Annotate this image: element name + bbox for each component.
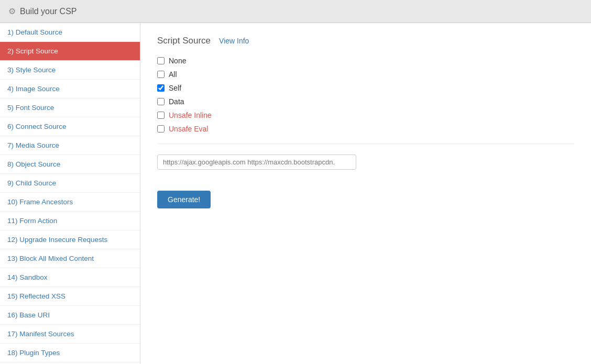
sidebar-item-18[interactable]: 18) Plugin Types xyxy=(0,344,140,362)
checkbox-cb-self[interactable] xyxy=(157,84,165,92)
section-title: Script Source xyxy=(157,36,211,46)
sidebar-item-5[interactable]: 5) Font Source xyxy=(0,98,140,117)
page-header: ⚙ Build your CSP xyxy=(0,0,591,23)
checkbox-cb-all[interactable] xyxy=(157,71,165,78)
sidebar-item-12[interactable]: 12) Upgrade Insecure Requests xyxy=(0,230,140,249)
sidebar-item-11[interactable]: 11) Form Action xyxy=(0,212,140,230)
divider xyxy=(157,144,574,144)
generate-button[interactable]: Generate! xyxy=(157,191,211,208)
main-content: Script Source View Info NoneAllSelfDataU… xyxy=(140,23,591,364)
gear-icon: ⚙ xyxy=(8,6,16,16)
checkbox-label-cb-none[interactable]: None xyxy=(169,57,186,65)
sidebar: 1) Default Source2) Script Source3) Styl… xyxy=(0,23,140,364)
layout: 1) Default Source2) Script Source3) Styl… xyxy=(0,23,591,364)
sidebar-item-4[interactable]: 4) Image Source xyxy=(0,80,140,98)
sidebar-item-14[interactable]: 14) Sandbox xyxy=(0,268,140,287)
sidebar-item-7[interactable]: 7) Media Source xyxy=(0,136,140,155)
checkbox-row-cb-unsafe-eval: Unsafe Eval xyxy=(157,125,574,133)
sidebar-item-13[interactable]: 13) Block All Mixed Content xyxy=(0,249,140,268)
checkbox-cb-unsafe-inline[interactable] xyxy=(157,112,165,119)
checkbox-row-cb-data: Data xyxy=(157,97,574,106)
page-title: Build your CSP xyxy=(20,7,77,16)
sidebar-item-3[interactable]: 3) Style Source xyxy=(0,61,140,80)
checkbox-cb-unsafe-eval[interactable] xyxy=(157,125,165,133)
sidebar-item-1[interactable]: 1) Default Source xyxy=(0,23,140,42)
sidebar-item-8[interactable]: 8) Object Source xyxy=(0,155,140,174)
sidebar-item-15[interactable]: 15) Reflected XSS xyxy=(0,287,140,306)
sidebar-item-9[interactable]: 9) Child Source xyxy=(0,174,140,193)
sidebar-item-2[interactable]: 2) Script Source xyxy=(0,42,140,61)
checkbox-label-cb-unsafe-eval[interactable]: Unsafe Eval xyxy=(169,125,208,133)
checkbox-row-cb-none: None xyxy=(157,57,574,65)
checkboxes-group: NoneAllSelfDataUnsafe InlineUnsafe Eval xyxy=(157,57,574,133)
checkbox-label-cb-data[interactable]: Data xyxy=(169,97,184,106)
sidebar-item-10[interactable]: 10) Frame Ancestors xyxy=(0,193,140,212)
view-info-link[interactable]: View Info xyxy=(219,37,249,45)
checkbox-cb-none[interactable] xyxy=(157,57,165,64)
checkbox-label-cb-unsafe-inline[interactable]: Unsafe Inline xyxy=(169,111,212,119)
sidebar-item-17[interactable]: 17) Manifest Sources xyxy=(0,325,140,344)
urls-input[interactable] xyxy=(157,155,356,170)
checkbox-cb-data[interactable] xyxy=(157,98,165,105)
checkbox-row-cb-unsafe-inline: Unsafe Inline xyxy=(157,111,574,119)
sidebar-item-16[interactable]: 16) Base URI xyxy=(0,306,140,325)
checkbox-label-cb-self[interactable]: Self xyxy=(169,84,181,92)
sidebar-item-6[interactable]: 6) Connect Source xyxy=(0,117,140,136)
checkbox-row-cb-self: Self xyxy=(157,84,574,92)
checkbox-label-cb-all[interactable]: All xyxy=(169,70,177,79)
checkbox-row-cb-all: All xyxy=(157,70,574,79)
section-header: Script Source View Info xyxy=(157,36,574,46)
